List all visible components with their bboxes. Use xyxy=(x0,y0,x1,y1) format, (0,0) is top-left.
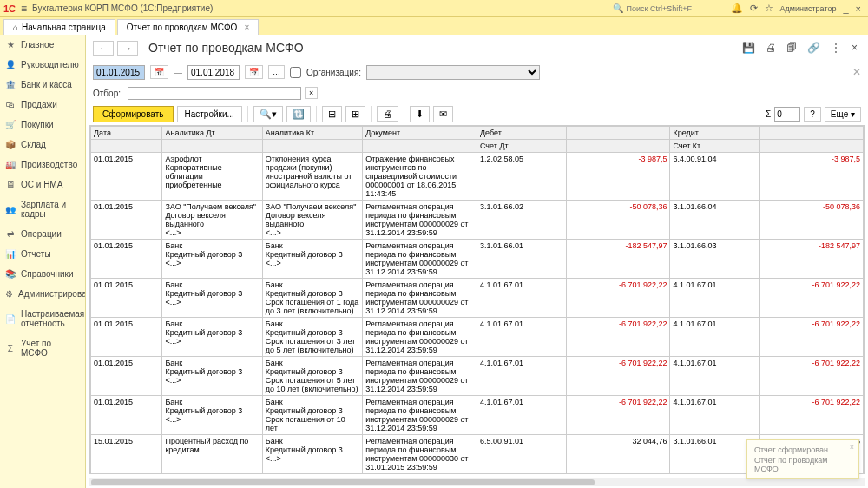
sidebar-label: Банк и касса xyxy=(21,80,72,89)
sidebar-label: Настраиваемая отчетность xyxy=(21,309,84,328)
sidebar-item-11[interactable]: 📚Справочники xyxy=(0,264,85,284)
col-header[interactable]: Аналитика Дт xyxy=(162,127,262,140)
more-menu-icon[interactable]: ⋮ xyxy=(831,42,841,54)
save-icon[interactable]: 💾 xyxy=(742,42,755,54)
bell-icon[interactable]: 🔔 xyxy=(731,3,743,14)
history-icon[interactable]: ⟳ xyxy=(750,3,758,14)
close-report-icon[interactable]: × xyxy=(852,42,858,54)
table-row[interactable]: 01.01.2015БанкКредитный договор 3<...>Ба… xyxy=(91,357,864,396)
cell: Регламентная операция периода по финансо… xyxy=(363,240,477,279)
col-subheader[interactable] xyxy=(566,140,669,153)
sidebar-label: Зарплата и кадры xyxy=(21,200,80,219)
sidebar-item-8[interactable]: 👥Зарплата и кадры xyxy=(0,195,85,224)
sidebar-item-13[interactable]: 📄Настраиваемая отчетность xyxy=(0,304,85,333)
generate-button[interactable]: Сформировать xyxy=(93,106,174,122)
content: ← → Отчет по проводкам МСФО 💾 🖨 🗐 🔗 ⋮ × … xyxy=(86,35,868,488)
window-close-icon[interactable]: × xyxy=(856,3,861,14)
help-button[interactable]: ? xyxy=(804,107,821,122)
col-header[interactable] xyxy=(566,127,669,140)
toast-title: Отчет сформирован xyxy=(754,445,852,454)
cell: ЗАО "Получаем векселя" xyxy=(262,474,362,475)
col-subheader[interactable] xyxy=(262,140,362,153)
calendar-to-button[interactable]: 📅 xyxy=(245,65,263,79)
sidebar-item-6[interactable]: 🏭Производство xyxy=(0,155,85,175)
col-header[interactable]: Документ xyxy=(363,127,477,140)
filter-button[interactable]: 🔃 xyxy=(286,106,311,122)
expand-button[interactable]: ⊞ xyxy=(345,106,365,122)
sidebar-item-10[interactable]: 📊Отчеты xyxy=(0,244,85,264)
sidebar-item-0[interactable]: ★Главное xyxy=(0,35,85,55)
filter-clear-button[interactable]: × xyxy=(305,87,318,99)
tab-home[interactable]: ⌂ Начальная страница xyxy=(3,19,115,35)
cell: 4.1.01.67.01 xyxy=(477,396,566,435)
table-row[interactable]: 01.01.2015БанкКредитный договор 3<...>Ба… xyxy=(91,318,864,357)
sidebar-item-3[interactable]: 🛍Продажи xyxy=(0,95,85,115)
tab-close-icon[interactable]: × xyxy=(244,23,249,32)
send-icon[interactable]: 🗐 xyxy=(786,42,797,54)
col-header[interactable]: Кредит xyxy=(670,127,760,140)
col-header[interactable] xyxy=(760,127,864,140)
sidebar-item-5[interactable]: 📦Склад xyxy=(0,135,85,155)
filter-input[interactable] xyxy=(128,87,301,100)
window-minimize-icon[interactable]: _ xyxy=(843,3,848,14)
forward-button[interactable]: → xyxy=(117,41,138,56)
col-header[interactable]: Дата xyxy=(91,127,162,140)
date-from-input[interactable] xyxy=(93,65,145,80)
collapse-button[interactable]: ⊟ xyxy=(322,106,342,122)
col-header[interactable]: Аналитика Кт xyxy=(262,127,362,140)
user-label[interactable]: Администратор xyxy=(780,4,837,13)
clear-org-icon[interactable]: ✕ xyxy=(852,66,861,78)
table-row[interactable]: 01.01.2015ЗАО "Получаем векселя"Договор … xyxy=(91,201,864,240)
cell: 6.5.00.91.01 xyxy=(477,474,566,475)
col-subheader[interactable]: Счет Дт xyxy=(477,140,566,153)
col-subheader[interactable] xyxy=(162,140,262,153)
table-row[interactable]: 01.01.2015БанкКредитный договор 3<...>Ба… xyxy=(91,240,864,279)
cell: -6 701 922,22 xyxy=(566,357,669,396)
search-icon: 🔍 xyxy=(613,3,623,13)
toast-close-icon[interactable]: × xyxy=(850,443,854,452)
more-button[interactable]: Еще ▾ xyxy=(825,107,861,122)
sidebar-item-2[interactable]: 🏦Банк и касса xyxy=(0,75,85,95)
period-menu-button[interactable]: … xyxy=(268,65,285,79)
mail-button[interactable]: ✉ xyxy=(433,106,453,122)
table-row[interactable]: 01.01.2015БанкКредитный договор 3<...>Ба… xyxy=(91,279,864,318)
cell: Регламентная операция периода xyxy=(363,474,477,475)
col-subheader[interactable] xyxy=(760,140,864,153)
col-subheader[interactable] xyxy=(363,140,477,153)
calendar-from-button[interactable]: 📅 xyxy=(150,65,168,79)
sidebar-icon: Σ xyxy=(5,344,16,353)
sidebar-item-1[interactable]: 👤Руководителю xyxy=(0,55,85,75)
settings-button[interactable]: Настройки... xyxy=(177,106,242,122)
menu-icon[interactable]: ≡ xyxy=(21,3,27,15)
sidebar-item-7[interactable]: 🖥ОС и НМА xyxy=(0,175,85,195)
find-button[interactable]: 🔍▾ xyxy=(253,106,283,122)
back-button[interactable]: ← xyxy=(93,41,114,56)
sidebar-icon: 👤 xyxy=(5,60,16,69)
export-button[interactable]: ⬇ xyxy=(410,106,430,122)
table-row[interactable]: 01.01.2015АэрофлотКорпоративные облигаци… xyxy=(91,153,864,201)
cell: 4.1.01.67.01 xyxy=(477,279,566,318)
grid[interactable]: ДатаАналитика ДтАналитика КтДокументДебе… xyxy=(89,125,865,474)
col-header[interactable]: Дебет xyxy=(477,127,566,140)
sidebar-item-4[interactable]: 🛒Покупки xyxy=(0,115,85,135)
tab-report[interactable]: Отчет по проводкам МСФО × xyxy=(117,19,259,35)
col-subheader[interactable]: Счет Кт xyxy=(670,140,760,153)
table-row[interactable]: 01.01.2015БанкКредитный договор 3<...>Ба… xyxy=(91,396,864,435)
print-icon[interactable]: 🖨 xyxy=(766,42,776,54)
sidebar-item-12[interactable]: ⚙Администрирование xyxy=(0,284,85,304)
search-input[interactable] xyxy=(623,3,727,14)
cell: -6 701 922,22 xyxy=(566,396,669,435)
org-checkbox[interactable] xyxy=(290,67,301,78)
sidebar-label: Справочники xyxy=(21,269,74,279)
link-icon[interactable]: 🔗 xyxy=(807,42,820,54)
org-select[interactable] xyxy=(366,65,540,80)
print-button[interactable]: 🖨 xyxy=(377,106,398,122)
tab-label: Отчет по проводкам МСФО xyxy=(127,23,238,32)
cell: БанкКредитный договор 3<...> xyxy=(162,357,262,396)
sidebar-item-9[interactable]: ⇄Операции xyxy=(0,224,85,244)
sidebar-item-14[interactable]: ΣУчет по МСФО xyxy=(0,333,85,363)
star-icon[interactable]: ☆ xyxy=(765,3,773,14)
date-to-input[interactable] xyxy=(187,65,240,80)
col-subheader[interactable] xyxy=(91,140,162,153)
sigma-input[interactable] xyxy=(774,107,800,122)
